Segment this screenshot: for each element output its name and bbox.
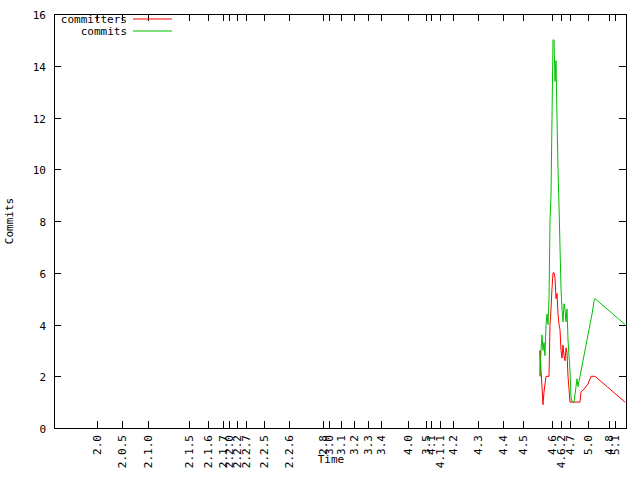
gnuplot-chart-window: 02468101214162.02.0.52.1.02.1.52.1.62.1.… — [0, 0, 640, 480]
commits-over-time-chart: 02468101214162.02.0.52.1.02.1.52.1.62.1.… — [0, 0, 640, 480]
y-axis-label: Commits — [3, 198, 16, 244]
x-tick-label: 3.3 — [362, 435, 375, 455]
x-tick-label: 4.2 — [447, 435, 460, 455]
x-tick-label: 4.1.1 — [434, 435, 447, 468]
y-tick-label: 14 — [33, 61, 47, 74]
x-tick-label: 5.0 — [582, 435, 595, 455]
x-tick-label: 4.5 — [517, 435, 530, 455]
x-tick-label: 2.1.6 — [202, 435, 215, 468]
x-tick-label: 2.0.5 — [116, 435, 129, 468]
y-tick-label: 4 — [39, 320, 46, 333]
x-tick-label: 2.2.7 — [240, 435, 253, 468]
x-tick-label: 3.1 — [335, 435, 348, 455]
x-tick-label: 5.1 — [609, 435, 622, 455]
series-line-commits — [540, 40, 625, 402]
x-tick-label: 2.2.6 — [283, 435, 296, 468]
legend-label-commits: commits — [81, 25, 127, 38]
x-tick-label: 3.4 — [375, 435, 388, 455]
x-tick-label: 2.2.5 — [258, 435, 271, 468]
x-tick-label: 2.1.0 — [142, 435, 155, 468]
x-axis-label: Time — [318, 453, 345, 466]
y-tick-label: 8 — [39, 216, 46, 229]
x-tick-label: 3.2 — [348, 435, 361, 455]
series-line-committers — [540, 273, 625, 405]
x-tick-label: 2.1.5 — [183, 435, 196, 468]
x-tick-label: 4.4 — [497, 435, 510, 455]
x-tick-label: 4.7 — [564, 435, 577, 455]
y-tick-label: 0 — [39, 423, 46, 436]
x-tick-label: 4.3 — [472, 435, 485, 455]
y-tick-label: 6 — [39, 268, 46, 281]
y-tick-label: 16 — [33, 9, 46, 22]
x-tick-label: 2.0 — [91, 435, 104, 455]
y-tick-label: 12 — [33, 113, 46, 126]
x-tick-label: 4.0 — [402, 435, 415, 455]
y-tick-label: 10 — [33, 164, 46, 177]
y-tick-label: 2 — [39, 371, 46, 384]
